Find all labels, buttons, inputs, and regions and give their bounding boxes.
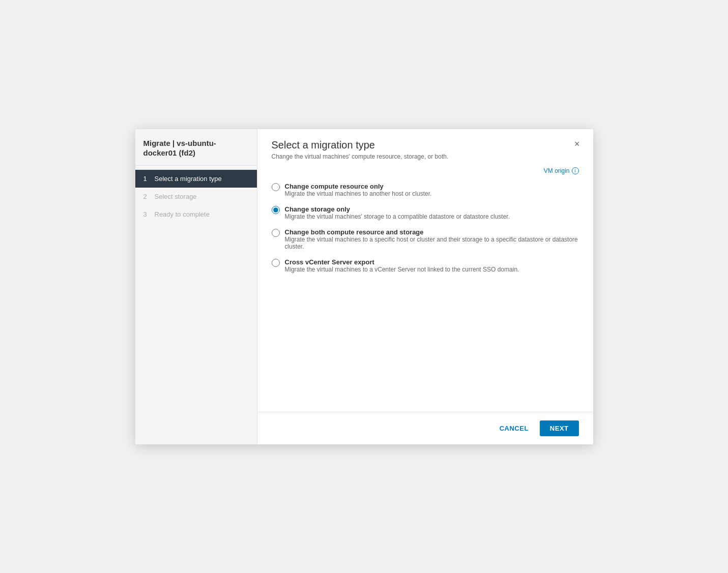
- option-cross-vcenter[interactable]: Cross vCenter Server export Migrate the …: [272, 258, 579, 273]
- radio-both[interactable]: [272, 229, 280, 237]
- sidebar-steps: 1 Select a migration type 2 Select stora…: [135, 166, 257, 227]
- sidebar-title: Migrate | vs-ubuntu-docker01 (fd2): [143, 138, 249, 158]
- option-compute-content: Change compute resource only Migrate the…: [285, 183, 432, 197]
- option-both-content: Change both compute resource and storage…: [285, 228, 579, 250]
- option-storage-desc: Migrate the virtual machines' storage to…: [285, 213, 510, 220]
- step-1-number: 1: [143, 175, 151, 183]
- option-compute-desc: Migrate the virtual machines to another …: [285, 190, 432, 197]
- cancel-button[interactable]: CANCEL: [494, 421, 534, 435]
- close-button[interactable]: ×: [571, 138, 583, 149]
- radio-cross-vcenter[interactable]: [272, 259, 280, 267]
- main-content: Select a migration type Change the virtu…: [257, 129, 593, 444]
- sidebar-step-2: 2 Select storage: [135, 188, 257, 205]
- radio-compute-only[interactable]: [272, 183, 280, 191]
- option-both[interactable]: Change both compute resource and storage…: [272, 228, 579, 250]
- step-2-number: 2: [143, 193, 151, 200]
- next-button[interactable]: NEXT: [540, 420, 579, 436]
- option-both-desc: Migrate the virtual machines to a specif…: [285, 236, 579, 250]
- main-header: Select a migration type Change the virtu…: [257, 129, 593, 165]
- option-storage-content: Change storage only Migrate the virtual …: [285, 205, 510, 220]
- step-3-number: 3: [143, 210, 151, 218]
- vm-origin-label: VM origin: [544, 167, 570, 174]
- step-3-label: Ready to complete: [155, 210, 210, 218]
- option-compute-label[interactable]: Change compute resource only: [285, 183, 384, 190]
- info-icon: i: [572, 167, 579, 174]
- option-cross-label[interactable]: Cross vCenter Server export: [285, 258, 374, 266]
- sidebar: Migrate | vs-ubuntu-docker01 (fd2) 1 Sel…: [135, 129, 257, 444]
- sidebar-header: Migrate | vs-ubuntu-docker01 (fd2): [135, 129, 257, 166]
- sidebar-step-3: 3 Ready to complete: [135, 205, 257, 223]
- main-subtitle: Change the virtual machines' compute res…: [272, 153, 579, 160]
- vm-origin-link[interactable]: VM origin i: [544, 167, 579, 174]
- option-cross-content: Cross vCenter Server export Migrate the …: [285, 258, 519, 273]
- migrate-dialog: Migrate | vs-ubuntu-docker01 (fd2) 1 Sel…: [135, 129, 593, 444]
- step-2-label: Select storage: [155, 193, 197, 200]
- step-1-label: Select a migration type: [155, 175, 222, 183]
- option-compute-only[interactable]: Change compute resource only Migrate the…: [272, 183, 579, 197]
- option-both-label[interactable]: Change both compute resource and storage: [285, 228, 424, 236]
- main-title: Select a migration type: [272, 139, 579, 151]
- dialog-footer: CANCEL NEXT: [257, 412, 593, 444]
- radio-storage-only[interactable]: [272, 206, 280, 214]
- option-storage-label[interactable]: Change storage only: [285, 205, 351, 213]
- migration-options: Change compute resource only Migrate the…: [257, 174, 593, 412]
- sidebar-step-1[interactable]: 1 Select a migration type: [135, 170, 257, 188]
- vm-origin-section: VM origin i: [257, 165, 593, 174]
- option-storage-only[interactable]: Change storage only Migrate the virtual …: [272, 205, 579, 220]
- option-cross-desc: Migrate the virtual machines to a vCente…: [285, 266, 519, 273]
